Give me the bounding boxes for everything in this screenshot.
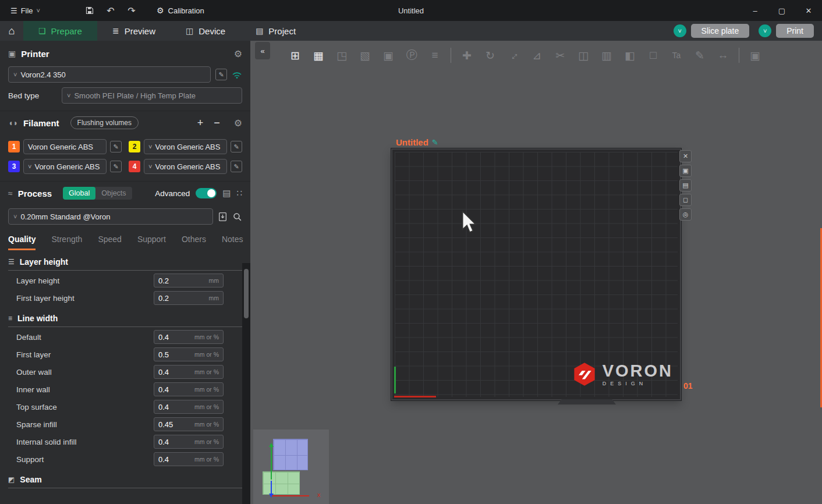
- slice-dropdown-button[interactable]: ˅: [674, 24, 686, 37]
- flushing-volumes-button[interactable]: Flushing volumes: [70, 116, 139, 129]
- sidebar-scrollbar-track[interactable]: [242, 263, 250, 504]
- plate-logo-icon[interactable]: ▣: [679, 165, 692, 177]
- scale-icon[interactable]: ↔: [502, 44, 525, 67]
- paint-icon[interactable]: ✎: [692, 47, 707, 64]
- rename-plate-icon[interactable]: ✎: [432, 138, 438, 147]
- print-button[interactable]: Print: [776, 24, 814, 38]
- layer-height-input[interactable]: 0.2 mm: [154, 274, 224, 288]
- layout-icon[interactable]: ◫: [576, 47, 591, 64]
- edit-filament-button[interactable]: ✎: [110, 161, 122, 172]
- lock-plate-icon[interactable]: ◻: [679, 194, 692, 206]
- plate-name-text[interactable]: Untitled: [396, 137, 428, 147]
- redo-button[interactable]: ↷: [123, 2, 140, 19]
- setting-unit: mm or %: [194, 421, 219, 428]
- plate-name-icon[interactable]: ▤: [679, 179, 692, 191]
- remove-filament-button[interactable]: −: [214, 117, 220, 129]
- cut-icon[interactable]: ✂: [552, 47, 568, 64]
- close-button[interactable]: ✕: [795, 0, 822, 21]
- add-plate-icon[interactable]: ▦: [311, 47, 326, 64]
- edit-filament-button[interactable]: ✎: [110, 141, 122, 152]
- advanced-toggle[interactable]: [196, 188, 217, 198]
- auto-orient-icon[interactable]: ◳: [334, 47, 349, 64]
- measure-icon[interactable]: ↔: [715, 47, 731, 64]
- setting-label: Default: [16, 333, 154, 342]
- filament-select-2[interactable]: ˅ Voron Generic ABS: [144, 139, 227, 154]
- slice-plate-button[interactable]: Slice plate: [691, 24, 750, 38]
- filament-color-badge[interactable]: 3: [8, 161, 20, 172]
- tab-device[interactable]: ◫ Device: [171, 21, 240, 41]
- plate-settings-icon[interactable]: Ⓟ: [404, 47, 419, 64]
- edit-printer-button[interactable]: ✎: [215, 69, 227, 80]
- print-dropdown-button[interactable]: ˅: [759, 24, 771, 37]
- line-width-top-surface-input[interactable]: 0.4 mm or %: [154, 400, 224, 414]
- file-menu[interactable]: ☰ File ˅: [7, 4, 44, 17]
- object-list-icon[interactable]: ≡: [427, 47, 442, 64]
- filament-select-1[interactable]: Voron Generic ABS: [23, 139, 107, 154]
- printer-select[interactable]: ˅ Voron2.4 350: [8, 66, 211, 83]
- printer-settings-gear-icon[interactable]: ⚙: [234, 48, 242, 59]
- tab-others[interactable]: Others: [182, 235, 206, 250]
- delete-plate-icon[interactable]: ✕: [679, 150, 692, 162]
- filament-color-badge[interactable]: 1: [8, 141, 20, 152]
- add-object-icon[interactable]: ⊞: [288, 47, 303, 64]
- parameter-table-icon[interactable]: ▤: [222, 188, 231, 198]
- align-icon[interactable]: ▥: [599, 47, 614, 64]
- setting-label: First layer: [16, 350, 154, 359]
- scope-global-button[interactable]: Global: [63, 187, 95, 200]
- viewport-3d[interactable]: « ⊞ ▦ ◳ ▧ ▣ Ⓟ ≡ ✚ ↻ ↔ ⊿ ✂ ◫ ▥ ◧ □ Ta ✎ ↔…: [250, 41, 822, 504]
- first-layer-height-input[interactable]: 0.2 mm: [154, 291, 224, 305]
- rotate-icon[interactable]: ↻: [483, 47, 498, 64]
- tab-support[interactable]: Support: [137, 235, 166, 250]
- line-width-inner-wall-input[interactable]: 0.4 mm or %: [154, 382, 224, 396]
- text-tool-icon[interactable]: Ta: [669, 47, 684, 64]
- line-width-internal-solid-input[interactable]: 0.4 mm or %: [154, 435, 224, 449]
- tab-preview[interactable]: ≣ Preview: [97, 21, 171, 41]
- save-preset-button[interactable]: [218, 212, 228, 222]
- bed-type-select[interactable]: ˅ Smooth PEI Plate / High Temp Plate: [62, 87, 242, 104]
- object-mini-preview[interactable]: x: [253, 430, 329, 504]
- move-icon[interactable]: ✚: [459, 47, 474, 64]
- mesh-edit-icon[interactable]: ◧: [622, 47, 637, 64]
- setting-value: 0.45: [158, 420, 192, 429]
- save-project-button[interactable]: [81, 2, 98, 19]
- minimize-button[interactable]: –: [742, 0, 768, 21]
- edit-filament-button[interactable]: ✎: [231, 141, 242, 152]
- compare-presets-icon[interactable]: ∷: [236, 188, 242, 198]
- tab-strength[interactable]: Strength: [51, 235, 82, 250]
- search-settings-button[interactable]: [232, 212, 242, 222]
- build-plate[interactable]: VORON DESIGN: [391, 148, 681, 400]
- flatten-icon[interactable]: ⊿: [529, 47, 544, 64]
- tab-prepare[interactable]: ❏ Prepare: [23, 21, 97, 41]
- primitive-cube-icon[interactable]: □: [646, 47, 661, 64]
- arrange-icon[interactable]: ▧: [357, 47, 373, 64]
- filament-select-3[interactable]: ˅ Voron Generic ABS: [23, 159, 107, 174]
- calibration-menu[interactable]: ⚙ Calibration: [157, 6, 204, 15]
- filament-settings-gear-icon[interactable]: ⚙: [234, 118, 242, 129]
- sidebar-scrollbar-thumb[interactable]: [244, 269, 249, 318]
- setting-label: Top surface: [16, 403, 154, 411]
- tab-speed[interactable]: Speed: [98, 235, 121, 250]
- process-preset-select[interactable]: ˅ 0.20mm Standard @Voron: [8, 208, 213, 225]
- plate-marker-icon[interactable]: ◎: [679, 208, 692, 221]
- add-filament-button[interactable]: +: [197, 117, 204, 129]
- filament-color-badge[interactable]: 2: [129, 141, 140, 152]
- assembly-view-icon[interactable]: ▣: [747, 47, 763, 64]
- filament-select-4[interactable]: ˅ Voron Generic ABS: [144, 159, 227, 174]
- undo-button[interactable]: ↶: [102, 2, 119, 19]
- printer-connection-button[interactable]: [232, 70, 242, 79]
- tab-project[interactable]: ▤ Project: [240, 21, 311, 41]
- maximize-button[interactable]: ▢: [768, 0, 795, 21]
- line-width-first-layer-input[interactable]: 0.5 mm or %: [154, 347, 224, 361]
- tab-notes[interactable]: Notes: [222, 235, 243, 250]
- home-button[interactable]: ⌂: [0, 21, 23, 41]
- tab-quality[interactable]: Quality: [8, 235, 36, 250]
- filament-color-badge[interactable]: 4: [129, 161, 140, 172]
- line-width-outer-wall-input[interactable]: 0.4 mm or %: [154, 365, 224, 379]
- edit-filament-button[interactable]: ✎: [231, 161, 242, 172]
- scope-objects-button[interactable]: Objects: [95, 187, 132, 200]
- line-width-sparse-infill-input[interactable]: 0.45 mm or %: [154, 417, 224, 431]
- copy-object-icon[interactable]: ▣: [381, 47, 396, 64]
- line-width-support-input[interactable]: 0.4 mm or %: [154, 452, 224, 466]
- line-width-default-input[interactable]: 0.4 mm or %: [154, 330, 224, 344]
- collapse-sidebar-button[interactable]: «: [255, 42, 270, 59]
